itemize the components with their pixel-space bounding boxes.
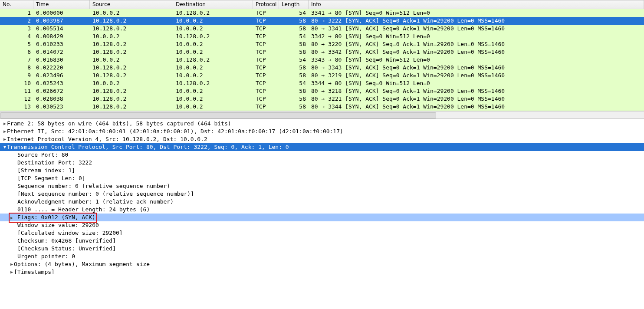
tree-item-tcp-segment-len[interactable]: [TCP Segment Len: 0] (0, 174, 644, 182)
tree-label: Destination Port: 3222 (17, 159, 92, 167)
cell-src: 10.128.0.2 (90, 40, 173, 48)
cell-prot: TCP (253, 64, 279, 72)
column-header-destination[interactable]: Destination (173, 0, 253, 9)
cell-len: 58 (279, 25, 309, 33)
tree-item-ethernet[interactable]: ▶ Ethernet II, Src: 42:01:0a:f0:00:01 (4… (0, 128, 644, 135)
cell-len: 58 (279, 103, 309, 111)
cell-len: 58 (279, 95, 309, 103)
expand-icon[interactable]: ▶ (3, 120, 7, 128)
packet-list-header[interactable]: No. Time Source Destination Protocol Len… (0, 0, 644, 9)
cell-prot: TCP (253, 33, 279, 40)
cell-no: 3 (0, 25, 33, 33)
cell-src: 10.128.0.2 (90, 103, 173, 111)
cell-time: 0.028038 (33, 95, 90, 103)
cell-src: 10.128.0.2 (90, 95, 173, 103)
tree-label: Transmission Control Protocol, Src Port:… (7, 143, 289, 151)
expand-icon[interactable]: ▶ (10, 268, 14, 276)
cell-prot: TCP (253, 9, 279, 17)
packet-row[interactable]: 70.01683010.0.0.210.128.0.2TCP543343 → 8… (0, 56, 644, 64)
cell-dst: 10.0.0.2 (173, 48, 253, 56)
tree-item-tcp[interactable]: ▼ Transmission Control Protocol, Src Por… (0, 143, 644, 151)
cell-prot: TCP (253, 87, 279, 95)
packet-row[interactable]: 90.02349610.128.0.210.0.0.2TCP5880 → 321… (0, 72, 644, 79)
tree-item-sequence-number[interactable]: Sequence number: 0 (relative sequence nu… (0, 182, 644, 190)
tree-label: [TCP Segment Len: 0] (17, 174, 85, 182)
cell-dst: 10.0.0.2 (173, 64, 253, 72)
column-header-no[interactable]: No. (0, 0, 33, 9)
expand-icon[interactable]: ▶ (3, 135, 7, 143)
packet-row[interactable]: 10.00000010.0.0.210.128.0.2TCP543341 → 8… (0, 9, 644, 17)
column-header-info[interactable]: Info (309, 0, 644, 9)
packet-row[interactable]: 110.02667210.128.0.210.0.0.2TCP5880 → 32… (0, 87, 644, 95)
horizontal-scrollbar[interactable] (0, 111, 644, 119)
cell-info: 80 → 3222 [SYN, ACK] Seq=0 Ack=1 Win=292… (309, 17, 644, 25)
column-header-protocol[interactable]: Protocol (253, 0, 279, 9)
packet-list-body[interactable]: 10.00000010.0.0.210.128.0.2TCP543341 → 8… (0, 9, 644, 111)
packet-row[interactable]: 100.02524310.0.0.210.128.0.2TCP543344 → … (0, 79, 644, 87)
cell-time: 0.016830 (33, 56, 90, 64)
column-header-source[interactable]: Source (90, 0, 173, 9)
expand-icon[interactable]: ▶ (10, 214, 14, 222)
cell-prot: TCP (253, 56, 279, 64)
cell-len: 58 (279, 17, 309, 25)
cell-time: 0.025243 (33, 79, 90, 87)
tree-item-ack-number[interactable]: Acknowledgment number: 1 (relative ack n… (0, 198, 644, 206)
cell-no: 7 (0, 56, 33, 64)
column-header-time[interactable]: Time (33, 0, 90, 9)
cell-no: 2 (0, 17, 33, 25)
tree-item-next-sequence[interactable]: [Next sequence number: 0 (relative seque… (0, 190, 644, 198)
tree-item-calculated-window[interactable]: [Calculated window size: 29200] (0, 229, 644, 237)
column-header-length[interactable]: Length (279, 0, 309, 9)
cell-prot: TCP (253, 79, 279, 87)
tree-item-checksum-status[interactable]: [Checksum Status: Unverified] (0, 245, 644, 253)
tree-label: Flags: 0x012 (SYN, ACK) (17, 214, 95, 220)
cell-prot: TCP (253, 48, 279, 56)
cell-src: 10.128.0.2 (90, 64, 173, 72)
cell-no: 4 (0, 33, 33, 40)
tree-item-destination-port[interactable]: Destination Port: 3222 (0, 159, 644, 167)
collapse-icon[interactable]: ▼ (3, 143, 7, 151)
tree-label: Ethernet II, Src: 42:01:0a:f0:00:01 (42:… (7, 128, 343, 135)
tree-item-ip[interactable]: ▶ Internet Protocol Version 4, Src: 10.1… (0, 135, 644, 143)
cell-src: 10.0.0.2 (90, 9, 173, 17)
cell-src: 10.128.0.2 (90, 48, 173, 56)
cell-info: 3342 → 80 [SYN] Seq=0 Win=512 Len=0 (309, 33, 644, 40)
packet-row[interactable]: 40.00842910.0.0.210.128.0.2TCP543342 → 8… (0, 33, 644, 40)
packet-row[interactable]: 60.01407210.128.0.210.0.0.2TCP5880 → 334… (0, 48, 644, 56)
tree-label: [Checksum Status: Unverified] (17, 245, 116, 253)
packet-details-pane[interactable]: ▶ Frame 2: 58 bytes on wire (464 bits), … (0, 119, 644, 276)
cell-len: 58 (279, 87, 309, 95)
tree-item-options[interactable]: ▶ Options: (4 bytes), Maximum segment si… (0, 260, 644, 268)
tree-item-flags[interactable]: ▶ Flags: 0x012 (SYN, ACK) (0, 214, 644, 221)
packet-row[interactable]: 20.00398710.128.0.210.0.0.2TCP5880 → 322… (0, 17, 644, 25)
packet-row[interactable]: 30.00551410.128.0.210.0.0.2TCP5880 → 334… (0, 25, 644, 33)
tree-item-stream-index[interactable]: [Stream index: 1] (0, 167, 644, 174)
cell-dst: 10.128.0.2 (173, 33, 253, 40)
tree-label: [Calculated window size: 29200] (17, 229, 123, 237)
packet-row[interactable]: 50.01023310.128.0.210.0.0.2TCP5880 → 322… (0, 40, 644, 48)
packet-row[interactable]: 120.02803810.128.0.210.0.0.2TCP5880 → 32… (0, 95, 644, 103)
scrollbar-thumb[interactable] (0, 112, 436, 118)
tree-item-timestamps[interactable]: ▶ [Timestamps] (0, 268, 644, 276)
tree-item-window-size[interactable]: Window size value: 29200 (0, 221, 644, 229)
tree-item-checksum[interactable]: Checksum: 0x4268 [unverified] (0, 237, 644, 245)
cell-info: 80 → 3220 [SYN, ACK] Seq=0 Ack=1 Win=292… (309, 40, 644, 48)
cell-time: 0.008429 (33, 33, 90, 40)
cell-len: 54 (279, 33, 309, 40)
cell-dst: 10.0.0.2 (173, 17, 253, 25)
tree-item-source-port[interactable]: Source Port: 80 (0, 151, 644, 159)
expand-icon[interactable]: ▶ (3, 128, 7, 135)
packet-row[interactable]: 80.02222010.128.0.210.0.0.2TCP5880 → 334… (0, 64, 644, 72)
packet-row[interactable]: 130.03052310.128.0.210.0.0.2TCP5880 → 33… (0, 103, 644, 111)
tree-label: [Stream index: 1] (17, 167, 75, 174)
cell-prot: TCP (253, 72, 279, 79)
cell-dst: 10.0.0.2 (173, 72, 253, 79)
cell-prot: TCP (253, 40, 279, 48)
cell-len: 58 (279, 40, 309, 48)
cell-info: 3344 → 80 [SYN] Seq=0 Win=512 Len=0 (309, 79, 644, 87)
expand-icon[interactable]: ▶ (10, 260, 14, 268)
cell-no: 8 (0, 64, 33, 72)
tree-item-frame[interactable]: ▶ Frame 2: 58 bytes on wire (464 bits), … (0, 120, 644, 128)
tree-item-urgent-pointer[interactable]: Urgent pointer: 0 (0, 253, 644, 260)
cell-no: 6 (0, 48, 33, 56)
